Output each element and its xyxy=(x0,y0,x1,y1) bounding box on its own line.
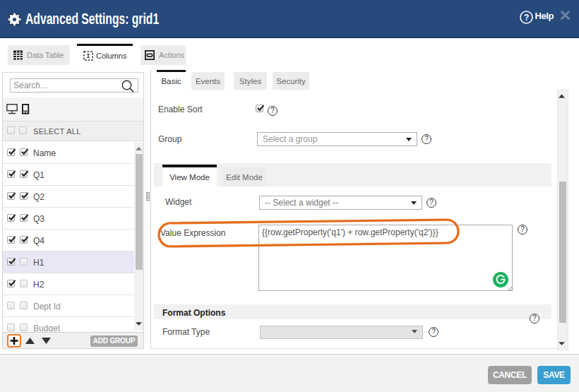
svg-text:?: ? xyxy=(524,13,529,23)
